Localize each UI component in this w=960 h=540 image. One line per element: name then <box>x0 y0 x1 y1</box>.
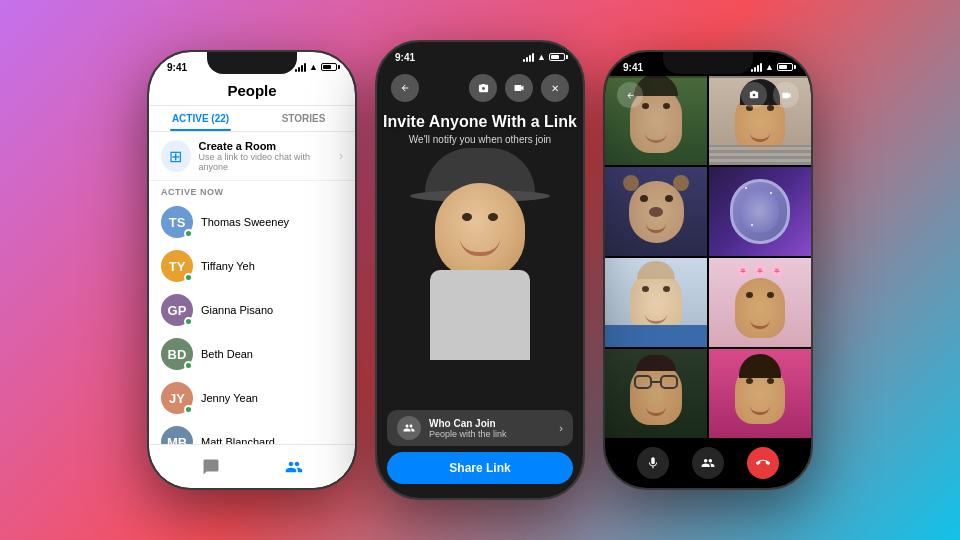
wifi-center: ▲ <box>537 52 546 62</box>
mic-button[interactable] <box>637 447 669 479</box>
signal-center <box>523 53 534 62</box>
avatar-wrap-3: GP <box>161 294 193 326</box>
right-top-icons <box>741 82 799 108</box>
create-room-title: Create a Room <box>199 140 331 152</box>
online-dot-3 <box>184 317 193 326</box>
tab-stories[interactable]: STORIES <box>252 106 355 131</box>
tab-active[interactable]: ACTIVE (22) <box>149 106 252 131</box>
video-cell-5 <box>605 258 707 347</box>
who-join-label: Who Can Join <box>429 418 507 429</box>
video-cell-6: 🌸 🌸 🌸 <box>709 258 811 347</box>
phone-left: 9:41 ▲ People ACTIVE (22) STORIES <box>147 50 357 490</box>
signal-left <box>295 63 306 72</box>
chat-nav-icon[interactable] <box>198 454 224 480</box>
people-button[interactable] <box>692 447 724 479</box>
section-label-active: ACTIVE NOW <box>149 181 355 200</box>
video-cell-7 <box>605 349 707 438</box>
share-link-button[interactable]: Share Link <box>387 452 573 484</box>
status-icons-left: ▲ <box>295 62 337 72</box>
invite-overlay: Invite Anyone With a Link We'll notify y… <box>377 112 583 145</box>
who-join-chevron-icon: › <box>559 422 563 434</box>
center-screen: 9:41 ▲ <box>377 42 583 498</box>
avatar-wrap-4: BD <box>161 338 193 370</box>
page-title: People <box>149 82 355 99</box>
invite-title: Invite Anyone With a Link <box>377 112 583 131</box>
signal-right <box>751 63 762 72</box>
contact-name-gianna: Gianna Pisano <box>201 304 273 316</box>
avatar-wrap-5: JY <box>161 382 193 414</box>
create-room-row[interactable]: ⊞ Create a Room Use a link to video chat… <box>149 132 355 181</box>
people-nav-icon[interactable] <box>281 454 307 480</box>
video-grid: 🌸 🌸 🌸 <box>605 76 811 438</box>
avatar-wrap-1: TS <box>161 206 193 238</box>
who-join-text: Who Can Join People with the link <box>429 418 507 439</box>
phones-container: 9:41 ▲ People ACTIVE (22) STORIES <box>0 0 960 540</box>
video-button[interactable] <box>505 74 533 102</box>
who-join-icon <box>397 416 421 440</box>
contact-thomas[interactable]: TS Thomas Sweeney <box>149 200 355 244</box>
battery-left <box>321 63 337 71</box>
chevron-right-icon: › <box>339 149 343 163</box>
video-cell-3 <box>605 167 707 256</box>
right-back-button[interactable] <box>617 82 643 108</box>
left-header: People <box>149 78 355 106</box>
right-screen: 9:41 ▲ <box>605 52 811 488</box>
who-join-value: People with the link <box>429 429 507 439</box>
bottom-nav-left <box>149 444 355 488</box>
online-dot-4 <box>184 361 193 370</box>
center-top-bar: ✕ <box>377 70 583 106</box>
contact-name-beth: Beth Dean <box>201 348 253 360</box>
camera-button[interactable] <box>469 74 497 102</box>
create-room-text: Create a Room Use a link to video chat w… <box>199 140 331 172</box>
create-room-subtitle: Use a link to video chat with anyone <box>199 152 331 172</box>
phone-right: 9:41 ▲ <box>603 50 813 490</box>
contact-beth[interactable]: BD Beth Dean <box>149 332 355 376</box>
notch-left <box>207 52 297 74</box>
left-screen: 9:41 ▲ People ACTIVE (22) STORIES <box>149 52 355 488</box>
top-right-icons: ✕ <box>469 74 569 102</box>
right-top-bar <box>605 80 811 110</box>
online-dot-1 <box>184 229 193 238</box>
phone-center: 9:41 ▲ <box>375 40 585 500</box>
video-cell-4 <box>709 167 811 256</box>
who-can-join-row[interactable]: Who Can Join People with the link › <box>387 410 573 446</box>
time-left: 9:41 <box>167 62 187 73</box>
battery-right <box>777 63 793 71</box>
status-icons-right: ▲ <box>751 62 793 72</box>
close-button[interactable]: ✕ <box>541 74 569 102</box>
contact-gianna[interactable]: GP Gianna Pisano <box>149 288 355 332</box>
video-cell-8 <box>709 349 811 438</box>
invite-subtitle: We'll notify you when others join <box>377 134 583 145</box>
end-call-button[interactable] <box>747 447 779 479</box>
right-bottom-bar <box>605 438 811 488</box>
contact-name-jenny: Jenny Yean <box>201 392 258 404</box>
battery-center <box>549 53 565 61</box>
contact-name-thomas: Thomas Sweeney <box>201 216 289 228</box>
contact-jenny[interactable]: JY Jenny Yean <box>149 376 355 420</box>
wifi-left: ▲ <box>309 62 318 72</box>
status-icons-center: ▲ <box>523 52 565 62</box>
contact-name-tiffany: Tiffany Yeh <box>201 260 255 272</box>
avatar-wrap-2: TY <box>161 250 193 282</box>
online-dot-5 <box>184 405 193 414</box>
right-camera-button[interactable] <box>741 82 767 108</box>
online-dot-2 <box>184 273 193 282</box>
create-room-icon: ⊞ <box>161 140 191 172</box>
right-video-button[interactable] <box>773 82 799 108</box>
back-button[interactable] <box>391 74 419 102</box>
time-right: 9:41 <box>623 62 643 73</box>
center-bottom: Who Can Join People with the link › Shar… <box>377 410 583 498</box>
contact-tiffany[interactable]: TY Tiffany Yeh <box>149 244 355 288</box>
time-center: 9:41 <box>395 52 415 63</box>
wifi-right: ▲ <box>765 62 774 72</box>
status-bar-right: 9:41 ▲ <box>605 52 811 78</box>
status-bar-center: 9:41 ▲ <box>377 42 583 68</box>
tabs-row: ACTIVE (22) STORIES <box>149 106 355 132</box>
